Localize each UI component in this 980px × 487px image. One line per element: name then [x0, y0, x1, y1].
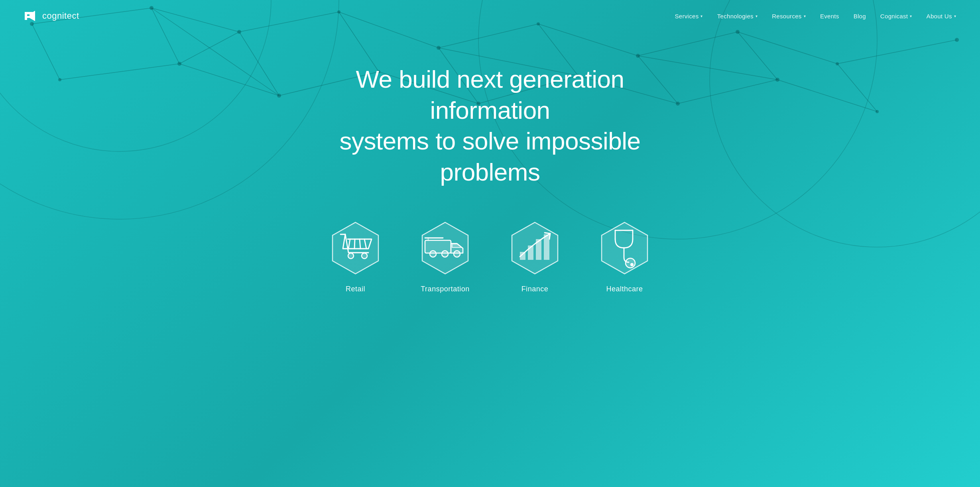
- nav-item-resources[interactable]: Resources ▾: [772, 13, 806, 20]
- svg-marker-71: [512, 222, 558, 274]
- svg-point-68: [430, 251, 436, 257]
- hero-section: .net-line { stroke: rgba(0,80,80,0.35); …: [0, 0, 980, 487]
- nav-item-events[interactable]: Events: [820, 13, 839, 20]
- nav-item-blog[interactable]: Blog: [854, 13, 866, 20]
- logo-icon: [24, 9, 38, 23]
- svg-marker-57: [333, 222, 378, 274]
- industry-finance[interactable]: Finance: [506, 219, 564, 293]
- nav-link-resources[interactable]: Resources ▾: [772, 13, 806, 20]
- svg-rect-75: [544, 234, 549, 260]
- finance-label: Finance: [521, 285, 549, 293]
- svg-point-62: [348, 253, 354, 259]
- hero-title: We build next generation information sys…: [311, 64, 669, 187]
- nav-link-services[interactable]: Services ▾: [675, 13, 703, 20]
- industry-transportation[interactable]: Transportation: [416, 219, 474, 293]
- chevron-down-icon: ▾: [910, 14, 912, 18]
- svg-rect-55: [25, 16, 30, 18]
- healthcare-icon: [596, 219, 653, 277]
- nav-item-cognicast[interactable]: Cognicast ▾: [880, 13, 912, 20]
- svg-point-63: [362, 253, 367, 259]
- nav-menu: Services ▾ Technologies ▾ Resources ▾ Ev…: [675, 13, 956, 20]
- svg-point-70: [454, 251, 460, 257]
- transportation-label: Transportation: [421, 285, 469, 293]
- nav-link-about[interactable]: About Us ▾: [927, 13, 956, 20]
- svg-point-81: [630, 263, 634, 266]
- retail-icon: [327, 219, 384, 277]
- nav-item-services[interactable]: Services ▾: [675, 13, 703, 20]
- industry-healthcare[interactable]: Healthcare: [596, 219, 653, 293]
- healthcare-hexagon: [596, 219, 653, 277]
- nav-item-technologies[interactable]: Technologies ▾: [717, 13, 758, 20]
- chevron-down-icon: ▾: [756, 14, 758, 18]
- nav-link-technologies[interactable]: Technologies ▾: [717, 13, 758, 20]
- svg-line-60: [360, 239, 360, 249]
- chevron-down-icon: ▾: [804, 14, 806, 18]
- finance-icon: [506, 219, 564, 277]
- industry-retail[interactable]: Retail: [327, 219, 384, 293]
- chevron-down-icon: ▾: [954, 14, 956, 18]
- retail-label: Retail: [346, 285, 365, 293]
- svg-line-59: [354, 239, 355, 249]
- healthcare-label: Healthcare: [606, 285, 643, 293]
- svg-point-69: [442, 251, 448, 257]
- industries-section: Retail: [327, 219, 653, 293]
- transportation-icon: [416, 219, 474, 277]
- logo-link[interactable]: cognitect: [24, 9, 79, 23]
- nav-item-about[interactable]: About Us ▾: [927, 13, 956, 20]
- svg-point-80: [626, 258, 635, 268]
- nav-link-events[interactable]: Events: [820, 13, 839, 20]
- nav-link-blog[interactable]: Blog: [854, 13, 866, 20]
- logo-text: cognitect: [42, 11, 79, 21]
- transportation-hexagon: [416, 219, 474, 277]
- nav-link-cognicast[interactable]: Cognicast ▾: [880, 13, 912, 20]
- navbar: cognitect Services ▾ Technologies ▾ Reso…: [0, 0, 980, 32]
- chevron-down-icon: ▾: [701, 14, 703, 18]
- hero-content: We build next generation information sys…: [0, 32, 980, 317]
- finance-hexagon: [506, 219, 564, 277]
- retail-hexagon: [327, 219, 384, 277]
